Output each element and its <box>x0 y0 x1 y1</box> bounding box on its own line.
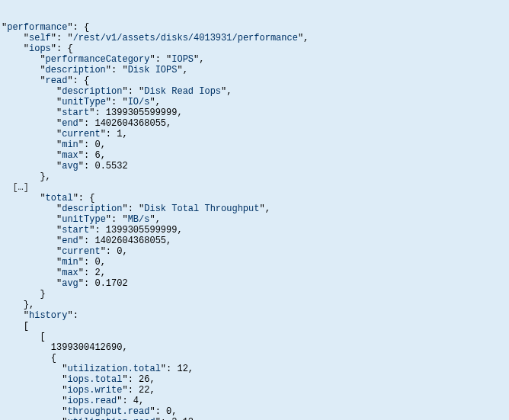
val-desc-iops: Disk IOPS <box>128 65 178 75</box>
key-end: end <box>62 236 78 246</box>
val-read-min: 0 <box>94 139 100 150</box>
ellipsis: […] <box>12 182 29 193</box>
val-iops-read: 4 <box>133 396 139 406</box>
key-avg: avg <box>62 278 78 289</box>
val-end: 1402604368055 <box>94 118 166 129</box>
key-iops-read: iops.read <box>67 396 117 406</box>
key-total: total <box>46 193 73 204</box>
key-unit: unitType <box>62 214 106 225</box>
val-start: 1399305599999 <box>106 225 178 236</box>
val-end: 1402604368055 <box>94 236 166 246</box>
key-max: max <box>62 150 78 161</box>
key-desc: description <box>46 65 106 75</box>
val-desc-read: Disk Read Iops <box>144 86 221 97</box>
key-unit: unitType <box>62 97 106 107</box>
val-read-avg: 0.5532 <box>94 161 127 172</box>
key-history: history <box>29 310 67 321</box>
key-iops-write: iops.write <box>67 385 122 396</box>
key-max: max <box>62 268 78 278</box>
key-min: min <box>62 139 78 150</box>
key-start: start <box>62 225 89 236</box>
val-self: /rest/v1/assets/disks/4013931/performanc… <box>73 33 298 43</box>
val-unit-mbs: MB/s <box>128 214 150 225</box>
key-read: read <box>46 75 68 86</box>
val-total-min: 0 <box>94 257 100 268</box>
key-current: current <box>62 246 100 257</box>
val-total-avg: 0.1702 <box>94 278 127 289</box>
val-util-read: 2.12 <box>171 417 194 420</box>
val-iops-write: 22 <box>139 385 149 396</box>
val-start: 1399305599999 <box>106 107 178 118</box>
key-util-read: utilization.read <box>67 417 155 420</box>
key-min: min <box>62 257 78 268</box>
key-util-total: utilization.total <box>67 364 160 374</box>
key-iops: iops <box>29 43 51 54</box>
key-iops-total: iops.total <box>67 374 122 385</box>
key-end: end <box>62 118 78 129</box>
key-avg: avg <box>62 161 78 172</box>
val-iops-total: 26 <box>139 374 149 385</box>
key-start: start <box>62 107 89 118</box>
key-current: current <box>62 129 100 139</box>
key-self: self <box>29 33 51 43</box>
key-desc: description <box>62 204 122 214</box>
val-perf-cat: IOPS <box>171 54 194 65</box>
val-hist-ts: 1399300412690 <box>51 342 123 353</box>
key-perf-cat: performanceCategory <box>46 54 150 65</box>
key-performance: performance <box>7 22 67 33</box>
key-desc: description <box>62 86 122 97</box>
val-desc-total: Disk Total Throughput <box>144 204 259 214</box>
val-total-max: 2 <box>94 268 100 278</box>
val-util-total: 12 <box>177 364 187 374</box>
json-code-block: "performance": { "self": "/rest/v1/asset… <box>2 22 509 420</box>
key-tp-read: throughput.read <box>67 406 149 417</box>
val-unit-ios: IO/s <box>128 97 150 107</box>
val-read-max: 6 <box>94 150 100 161</box>
